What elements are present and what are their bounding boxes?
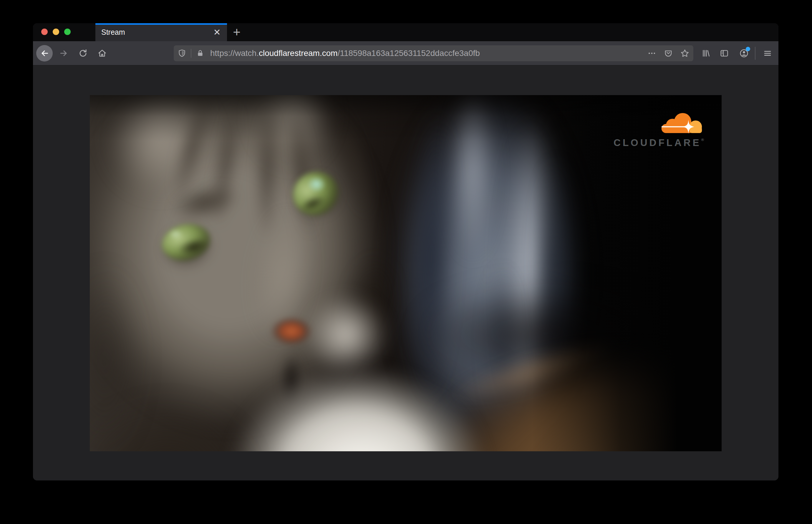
- close-tab-icon[interactable]: ✕: [212, 27, 222, 38]
- page-actions-button[interactable]: [646, 48, 657, 59]
- reload-icon: [78, 49, 88, 58]
- traffic-lights: [41, 29, 71, 35]
- home-icon: [97, 49, 107, 58]
- page-content: CLOUDFLARE®: [33, 65, 778, 480]
- url-bar[interactable]: https://watch.cloudflarestream.com/11859…: [174, 45, 693, 61]
- home-button[interactable]: [96, 47, 109, 60]
- forward-icon: [59, 49, 69, 58]
- toolbar-divider: [755, 47, 756, 60]
- urlbar-divider: [191, 49, 191, 58]
- bookmark-star-icon: [680, 49, 689, 58]
- library-icon: [701, 49, 711, 58]
- cloudflare-watermark: CLOUDFLARE®: [614, 112, 704, 147]
- video-top-vignette: [90, 95, 721, 451]
- browser-window: Stream ✕ +: [33, 23, 778, 480]
- minimize-window-button[interactable]: [53, 29, 59, 35]
- tracking-protection-button[interactable]: [176, 48, 188, 59]
- shield-icon: [178, 49, 186, 58]
- cloudflare-cloud-icon: [657, 112, 704, 134]
- tab-stream[interactable]: Stream ✕: [95, 23, 227, 41]
- back-icon: [40, 49, 49, 58]
- sidebar-button[interactable]: [718, 47, 731, 60]
- forward-button[interactable]: [58, 47, 70, 60]
- new-tab-button[interactable]: +: [230, 25, 243, 39]
- tab-bar: Stream ✕ +: [33, 23, 778, 41]
- close-window-button[interactable]: [41, 29, 48, 35]
- lock-icon: [196, 49, 204, 58]
- video-player[interactable]: CLOUDFLARE®: [90, 95, 721, 451]
- pocket-icon: [664, 49, 673, 58]
- zoom-window-button[interactable]: [64, 29, 71, 35]
- account-notification-dot: [746, 47, 750, 51]
- navigation-toolbar: https://watch.cloudflarestream.com/11859…: [33, 41, 778, 65]
- library-button[interactable]: [700, 47, 713, 60]
- menu-button[interactable]: [761, 47, 774, 60]
- url-prefix: https://watch.: [210, 49, 259, 58]
- hamburger-menu-icon: [763, 49, 772, 58]
- tab-title: Stream: [101, 28, 212, 36]
- url-path: /118598a163a125631152ddaccfe3a0fb: [338, 49, 480, 58]
- trademark-symbol: ®: [701, 137, 704, 142]
- url-display[interactable]: https://watch.cloudflarestream.com/11859…: [210, 49, 480, 58]
- account-button[interactable]: [737, 47, 750, 60]
- page-action-icons: [646, 48, 691, 59]
- reload-button[interactable]: [77, 47, 90, 60]
- url-domain: cloudflarestream.com: [259, 49, 338, 58]
- back-button[interactable]: [36, 45, 53, 62]
- sidebar-icon: [719, 49, 729, 58]
- save-to-pocket-button[interactable]: [663, 48, 674, 59]
- cloudflare-brand-text: CLOUDFLARE®: [614, 138, 704, 147]
- active-tab-indicator: [95, 23, 227, 25]
- ellipsis-icon: [648, 49, 656, 58]
- bookmark-button[interactable]: [679, 48, 691, 59]
- site-security-button[interactable]: [195, 48, 206, 59]
